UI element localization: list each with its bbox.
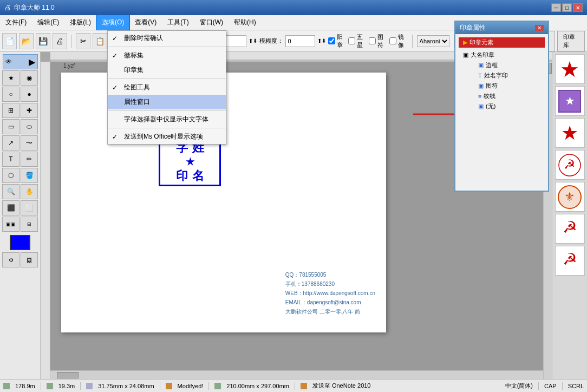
stamp-row-star: ★ [186,156,194,168]
tool-row-9: 🔍 ✋ [2,184,38,199]
tool-cross[interactable]: ✚ [21,103,38,118]
menu-window[interactable]: 窗口(W) [194,15,229,30]
symbol-checkbox[interactable]: 图符 [369,33,387,49]
dropdown-delete-confirm[interactable]: ✓ 删除时需确认 [108,31,226,45]
check-delete-confirm: ✓ [112,35,118,42]
toolbar-print[interactable]: 🖨 [53,33,67,49]
stamp-dialog-close[interactable]: ✕ [535,25,544,31]
tool-zoom[interactable]: 🔍 [2,184,19,199]
tool-stamp2[interactable]: ⊟ [21,217,38,232]
tool-row-1: 👁 ▶ [3,54,38,69]
tool-fill[interactable]: 🪣 [21,168,38,183]
fivestar-check[interactable] [348,37,355,44]
toolbar-save[interactable]: 💾 [36,33,50,49]
color-picker[interactable] [10,235,30,250]
close-button[interactable]: ✕ [573,3,583,12]
stamp-thumb-national[interactable]: ⚜ [555,182,585,212]
sep4 [108,128,226,128]
info-web: WEB：http://www.dapengsoft.com.cn [285,289,375,298]
tool-ring[interactable]: ○ [2,87,19,102]
mirror-check[interactable] [389,37,396,44]
svg-rect-10 [86,383,93,389]
stamp-thumb-purple[interactable]: ★ [555,86,585,116]
left-panel: 👁 ▶ ★ ◉ ○ ● ⊞ ✚ ▭ ⬭ ↗ 〜 T ✏ ⬡ [0,52,41,379]
tool-magic[interactable]: ⬛ [2,200,19,215]
tool-circle[interactable]: ◉ [21,70,38,86]
mirror-checkbox[interactable]: 镜像 [389,33,408,49]
tool-eye[interactable]: 👁 ▶ [3,54,38,69]
stamp-thumb-hammer2[interactable]: ☭ [555,214,585,244]
options-dropdown: ✓ 删除时需确认 ✓ 徽标集 ✓ 印章集 ✓ 绘图工具 ✓ 属性窗口 ✓ 字体选… [107,30,226,145]
stamp-thumb-redstar[interactable]: ★ [555,54,585,84]
tree-item-none[interactable]: ▣ (无) [459,101,545,112]
stamp-preview[interactable]: 字 姓 ★ 印 名 [159,138,221,186]
ruler-left [41,62,50,379]
dropdown-font-chinese[interactable]: ✓ 字体选择器中仅显示中文字体 [108,112,226,127]
tool-dot[interactable]: ● [21,87,38,102]
maximize-button[interactable]: □ [562,3,572,12]
menu-view[interactable]: 查看(V) [129,15,162,30]
dropdown-send-office[interactable]: ✓ 发送到Ms Office时显示选项 [108,129,226,144]
sep-status-7 [562,382,563,390]
stamp-thumb-hammer3[interactable]: ☭ [555,246,585,276]
menu-edit[interactable]: 编辑(E) [32,15,64,30]
dropdown-stamp-set[interactable]: ✓ 印章集 [108,63,226,77]
tool-extra2[interactable]: 🖼 [21,252,38,267]
tree-item-border[interactable]: ▣ 边框 [459,60,545,70]
tool-poly[interactable]: ⬡ [2,168,19,183]
stamp-thumb-hammer1[interactable]: ☭ [555,150,585,180]
hammer-sickle-icon-1: ☭ [558,153,582,177]
sep-status-4 [208,382,209,390]
stamp-library-btn[interactable]: 印章库 [557,31,585,51]
blur-label: 模糊度： [259,37,283,45]
sep3 [108,110,226,111]
tool-star[interactable]: ★ [2,70,19,86]
tool-pen[interactable]: ✏ [21,152,38,167]
tool-wand[interactable]: ⬜ [21,200,38,215]
minimize-button[interactable]: ─ [551,3,561,12]
tool-curve[interactable]: 〜 [21,135,38,151]
stamp-dialog: 印章属性 ✕ ▶ 印章元素 ▣ 大名印章 ▣ 边框 T 姓名字印 ▣ [454,21,549,192]
status-icon-svg-2 [47,383,53,389]
tree-item-symbol[interactable]: ▣ 图符 [459,81,545,91]
dropdown-prop-window[interactable]: ✓ 属性窗口 [108,95,226,109]
dropdown-draw-tools[interactable]: ✓ 绘图工具 [108,80,226,95]
tree-item-nameprint[interactable]: T 姓名字印 [459,70,545,81]
tool-ellipse[interactable]: ⬭ [21,119,38,134]
blur-spinner[interactable]: ⬆⬇ [317,38,326,44]
tree-item-lines[interactable]: ≡ 纹线 [459,91,545,101]
status-sendto: 发送至 OneNote 2010 [312,382,371,390]
menu-file[interactable]: 文件(F) [0,15,32,30]
tool-arrow[interactable]: ↗ [2,135,19,151]
blur-input[interactable] [285,35,315,47]
status-scrl: SCRL [568,383,584,389]
toolbar-copy[interactable]: 📋 [93,33,107,49]
menu-tools[interactable]: 工具(T) [162,15,194,30]
tree-root[interactable]: ▣ 大名印章 [459,50,545,60]
menu-typeset[interactable]: 排版(L) [64,15,96,30]
fivestar-checkbox[interactable]: 五星 [348,33,367,49]
menu-help[interactable]: 帮助(H) [229,15,262,30]
toolbar-open[interactable]: 📂 [19,33,34,49]
tool-stamp1[interactable]: ▣▣ [2,217,19,232]
rotation-spinner[interactable]: ⬆⬇ [249,38,257,44]
tool-row-7: T ✏ [2,152,38,167]
tool-grid[interactable]: ⊞ [2,103,19,118]
font-select[interactable]: Aharoni [417,35,449,47]
tool-extra1[interactable]: ⚙ [2,252,19,267]
titlebar: 🖨 印章大师 11.0 ─ □ ✕ [0,0,587,15]
symbol-check[interactable] [369,37,376,44]
toolbar-cut[interactable]: ✂ [76,33,90,49]
relief-checkbox[interactable]: 阳章 [328,33,347,49]
tool-text[interactable]: T [2,152,19,167]
relief-check[interactable] [328,37,335,44]
scrollbar-horizontal[interactable] [50,370,543,379]
stamp-thumb-star-circle[interactable]: ★ 人 [555,118,585,148]
tool-rect[interactable]: ▭ [2,119,19,134]
menu-options[interactable]: 选项(O) [96,15,129,30]
status-icon-4 [166,383,172,389]
dropdown-badge-set[interactable]: ✓ 徽标集 [108,48,226,63]
check-badge-set: ✓ [112,52,118,60]
tool-hand[interactable]: ✋ [21,184,38,199]
toolbar-new[interactable]: 📄 [2,33,17,49]
